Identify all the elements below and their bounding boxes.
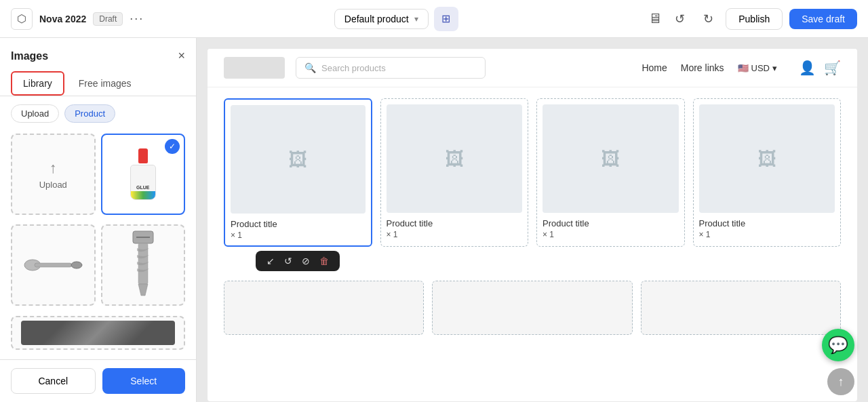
svg-point-2	[71, 262, 82, 268]
product-grid-row-3	[224, 281, 841, 335]
search-placeholder: Search products	[321, 63, 386, 73]
product-title-1: Product title	[231, 219, 366, 229]
toolbar-rotate-button[interactable]: ↺	[280, 254, 296, 268]
grid-view-button[interactable]: ⊞	[434, 7, 458, 31]
cancel-button[interactable]: Cancel	[11, 368, 96, 394]
product-section: 🖼 Product title × 1 ↙ ↺ ⊘ 🗑	[208, 87, 857, 346]
panel-footer: Cancel Select	[0, 359, 196, 402]
scroll-up-fab[interactable]: ↑	[827, 368, 854, 395]
canvas-area[interactable]: 🔍 Search products Home More links 🇺🇸 USD…	[197, 38, 868, 402]
product-price-2: × 1	[387, 230, 523, 239]
toolbar-delete-button[interactable]: 🗑	[315, 254, 333, 268]
undo-button[interactable]: ↺	[669, 8, 690, 30]
currency-arrow-icon: ▾	[772, 63, 777, 73]
monitor-button[interactable]: 🖥	[648, 11, 662, 26]
product-title-3: Product title	[542, 218, 679, 228]
image-cell-strip[interactable]	[11, 316, 185, 350]
product-price-1: × 1	[231, 230, 366, 240]
selected-check-icon: ✓	[165, 139, 180, 154]
select-button[interactable]: Select	[102, 368, 186, 394]
tab-free-images[interactable]: Free images	[67, 71, 143, 96]
panel-subtabs: Upload Product	[0, 96, 196, 128]
toolbar-align-button[interactable]: ↙	[262, 254, 279, 268]
store-nav: Home More links 🇺🇸 USD ▾ 👤 🛒	[642, 60, 841, 76]
product-grid-row-1: 🖼 Product title × 1 ↙ ↺ ⊘ 🗑	[224, 98, 841, 247]
image-cell-glue[interactable]: ✓ GLUE	[101, 134, 186, 215]
panel-header: Images ×	[0, 38, 196, 71]
image-placeholder-icon: 🖼	[288, 148, 307, 171]
product-card-sm-3[interactable]	[641, 281, 841, 335]
arrow-up-icon: ↑	[838, 375, 844, 389]
upload-label: Upload	[39, 180, 67, 190]
tab-library[interactable]: Library	[11, 71, 64, 96]
nav-more-links[interactable]: More links	[681, 62, 724, 73]
screw-svg	[126, 228, 160, 302]
user-icon[interactable]: 👤	[799, 60, 816, 76]
product-price-4: × 1	[699, 230, 835, 239]
site-name: Nova 2022	[39, 14, 86, 24]
flag-icon: 🇺🇸	[738, 63, 749, 73]
product-card-2[interactable]: 🖼 Product title × 1	[380, 98, 529, 247]
topbar: ⬡ Nova 2022 Draft ··· Default product ▾ …	[0, 0, 868, 38]
back-icon: ⬡	[17, 12, 26, 25]
toolbar-hide-button[interactable]: ⊘	[298, 254, 314, 268]
product-card-3[interactable]: 🖼 Product title × 1	[536, 98, 685, 247]
panel-tabs: Library Free images	[0, 71, 196, 96]
subtab-product[interactable]: Product	[64, 104, 115, 123]
dropdown-arrow-icon: ▾	[414, 14, 418, 24]
publish-button[interactable]: Publish	[726, 8, 783, 30]
product-image-1: 🖼	[231, 105, 366, 214]
product-card-sm-1[interactable]	[224, 281, 424, 335]
cart-icon[interactable]: 🛒	[824, 60, 841, 76]
image-cell-wrench[interactable]	[11, 224, 96, 306]
product-price-3: × 1	[542, 230, 679, 239]
whatsapp-icon: 💬	[828, 336, 848, 355]
image-cell-screw[interactable]	[101, 224, 186, 306]
product-image-3: 🖼	[542, 104, 679, 213]
monitor-icon: 🖥	[648, 11, 662, 26]
topbar-center: Default product ▾ ⊞	[152, 7, 640, 31]
svg-rect-1	[35, 263, 72, 267]
product-title-2: Product title	[387, 218, 523, 228]
store-action-icons: 👤 🛒	[799, 60, 841, 76]
strip-image	[21, 321, 176, 345]
main-content: Images × Library Free images Upload Prod…	[0, 38, 868, 402]
redo-button[interactable]: ↻	[697, 8, 719, 30]
product-dropdown[interactable]: Default product ▾	[334, 9, 429, 29]
topbar-right: 🖥 ↺ ↻ Publish Save draft	[648, 8, 857, 30]
redo-icon: ↻	[703, 12, 713, 26]
close-panel-button[interactable]: ×	[178, 49, 185, 63]
store-page: 🔍 Search products Home More links 🇺🇸 USD…	[208, 49, 857, 401]
svg-marker-6	[138, 284, 148, 296]
whatsapp-fab[interactable]: 💬	[822, 329, 854, 361]
nav-home[interactable]: Home	[642, 62, 667, 73]
product-card-sm-2[interactable]	[432, 281, 632, 335]
product-image-4: 🖼	[699, 104, 835, 213]
more-button[interactable]: ···	[130, 12, 144, 26]
images-panel: Images × Library Free images Upload Prod…	[0, 38, 197, 402]
product-grid-row-2	[224, 281, 841, 335]
image-placeholder-icon-3: 🖼	[601, 148, 620, 170]
upload-cell[interactable]: ↑ Upload	[11, 134, 96, 215]
search-icon: 🔍	[304, 62, 316, 73]
image-placeholder-icon-4: 🖼	[757, 148, 776, 170]
product-title-4: Product title	[699, 218, 835, 228]
store-header: 🔍 Search products Home More links 🇺🇸 USD…	[208, 49, 857, 87]
save-draft-button[interactable]: Save draft	[789, 9, 857, 29]
currency-selector[interactable]: 🇺🇸 USD ▾	[738, 63, 777, 73]
card-toolbar: ↙ ↺ ⊘ 🗑	[256, 251, 340, 271]
undo-icon: ↺	[675, 12, 685, 26]
product-card-1[interactable]: 🖼 Product title × 1 ↙ ↺ ⊘ 🗑	[224, 98, 372, 247]
product-image-2: 🖼	[387, 104, 523, 213]
search-bar[interactable]: 🔍 Search products	[296, 57, 486, 79]
topbar-left: ⬡ Nova 2022 Draft ···	[11, 8, 144, 30]
panel-title: Images	[11, 50, 48, 62]
draft-badge: Draft	[93, 12, 123, 26]
wrench-svg	[22, 250, 83, 281]
product-card-4[interactable]: 🖼 Product title × 1	[693, 98, 842, 247]
upload-icon: ↑	[50, 159, 57, 177]
currency-label: USD	[751, 63, 770, 73]
back-button[interactable]: ⬡	[11, 8, 33, 30]
image-placeholder-icon-2: 🖼	[445, 148, 464, 170]
subtab-upload[interactable]: Upload	[11, 104, 59, 123]
